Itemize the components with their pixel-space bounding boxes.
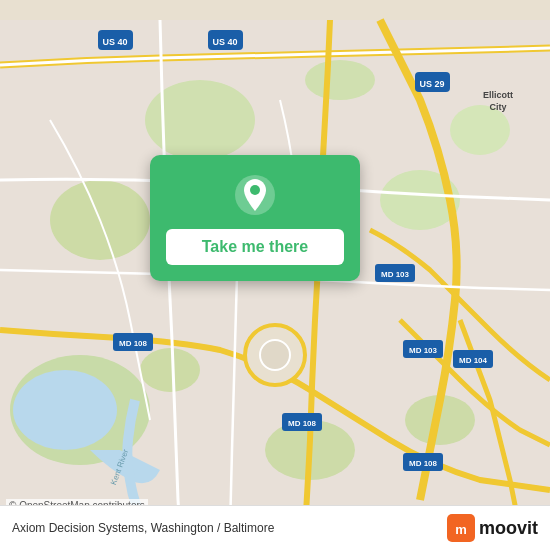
svg-text:m: m bbox=[455, 522, 467, 537]
svg-point-4 bbox=[450, 105, 510, 155]
svg-text:MD 108: MD 108 bbox=[119, 339, 148, 348]
svg-text:MD 103: MD 103 bbox=[381, 270, 410, 279]
svg-text:US 29: US 29 bbox=[419, 79, 444, 89]
svg-text:City: City bbox=[489, 102, 506, 112]
moovit-logo: m moovit bbox=[447, 514, 538, 542]
svg-text:US 40: US 40 bbox=[102, 37, 127, 47]
svg-text:US 40: US 40 bbox=[212, 37, 237, 47]
take-me-there-button[interactable]: Take me there bbox=[166, 229, 344, 265]
location-pin-icon bbox=[233, 173, 277, 217]
moovit-text: moovit bbox=[479, 518, 538, 539]
svg-text:MD 104: MD 104 bbox=[459, 356, 488, 365]
svg-point-10 bbox=[13, 370, 117, 450]
svg-text:MD 103: MD 103 bbox=[409, 346, 438, 355]
moovit-icon: m bbox=[447, 514, 475, 542]
svg-point-5 bbox=[305, 60, 375, 100]
bottom-bar: Axiom Decision Systems, Washington / Bal… bbox=[0, 505, 550, 550]
action-card: Take me there bbox=[150, 155, 360, 281]
svg-text:MD 108: MD 108 bbox=[288, 419, 317, 428]
svg-text:Ellicott: Ellicott bbox=[483, 90, 513, 100]
location-label: Axiom Decision Systems, Washington / Bal… bbox=[12, 521, 274, 535]
map-container: US 40 US 40 US 29 29 MD 103 MD 103 MD 10… bbox=[0, 0, 550, 550]
svg-text:MD 108: MD 108 bbox=[409, 459, 438, 468]
svg-point-37 bbox=[250, 185, 260, 195]
svg-point-12 bbox=[260, 340, 290, 370]
svg-point-8 bbox=[140, 348, 200, 392]
